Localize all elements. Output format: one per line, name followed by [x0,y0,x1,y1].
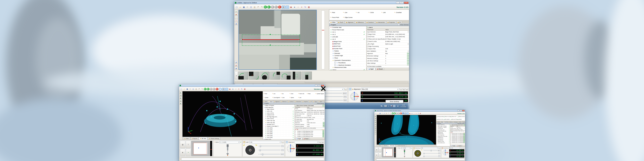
property-row[interactable]: +Search Limits (0.4562 mm,0.4562 mm) [366,40,409,43]
keyboard-icon[interactable]: ⌨ [384,105,388,107]
fit-point-row[interactable]: 4Ausrichtung.Y (30) - 4 mm 90,Ersatzpunk… [450,137,465,138]
capture-thumbnail[interactable] [291,72,301,80]
ringlight-control[interactable]: ↺ ↻ [243,144,258,156]
stage-btn-cone[interactable]: ▲ [375,152,378,158]
toolbar-button[interactable] [282,6,285,9]
toolbar-button[interactable] [219,88,222,91]
settings-icon[interactable]: ↗ [407,60,409,62]
program-tree-row[interactable]: ● Line L(000) ✔ [263,127,294,129]
toolbar-button[interactable] [385,112,387,114]
menu-item[interactable] [237,4,238,4]
light-slider[interactable] [260,146,281,146]
stage-map[interactable] [382,147,394,158]
titlebar[interactable]: Untitled - Approve for DeMeet – ❐ ✕ [234,1,409,4]
property-row[interactable]: Video Settings 1 ↗ [366,62,409,64]
light-value-spinner[interactable]: 0.0▴▾ [344,99,346,101]
program-tree-row[interactable]: ● Radius [329,50,366,52]
toolbar-button[interactable] [419,112,421,114]
menu-item[interactable] [240,4,242,4]
bulb-icon[interactable]: ☼ [282,141,284,143]
toolbar-button[interactable] [186,88,188,90]
property-row[interactable]: Input Selection Begin Point, End Point ▾ [366,31,409,33]
stage-map[interactable] [191,141,210,156]
palette-tool[interactable]: ✎ Sphere [290,97,298,98]
toolbar-button[interactable] [198,88,200,90]
palette-tool[interactable]: ◆ Ebene ergänzen [444,119,451,120]
view-icon[interactable]: ▤ [374,123,376,125]
item-checkbox[interactable] [334,64,336,66]
property-row[interactable]: Eingabe Auswahl Beide, zuerst X▾ [450,128,465,129]
palette-tool[interactable]: ◆ Einstellen [458,119,465,120]
program-tree-row[interactable]: ● Rotation zur Achse (+45°) ✔ [436,131,450,132]
toolbar-button[interactable] [409,112,411,114]
toolbar-button[interactable] [250,6,253,8]
capture-thumbnail[interactable] [260,72,270,80]
tab-result[interactable]: ◉Ergebnis [456,145,462,146]
dropdown-arrow-icon[interactable]: ▾ [408,43,409,45]
program-tree-row[interactable]: ● Linie in 3D Ein links ✔ [436,134,450,136]
toolbar-button[interactable] [300,6,303,8]
program-tree-row[interactable]: ● Verbindung VC1 ✔ [436,137,450,138]
fit-point-row[interactable]: 2Ausrichtung.Z (30) - 4 mm 90,Ersatzpunk… [450,134,465,136]
light-value-spinner[interactable]: 0.0▴▾ [438,156,440,157]
program-tree-row[interactable]: ● Block 30.00 ✔ [263,138,294,140]
menu-item[interactable] [235,4,236,4]
toolbar-button[interactable] [267,6,270,8]
program-tree-row[interactable]: ● Stellung TA 30 - 0.5 mm links ✔ [436,136,450,137]
view-icon[interactable]: ▣ [374,121,376,123]
bulb-icon[interactable]: ☼ [344,88,347,90]
toolbar-button[interactable] [289,6,293,8]
palette-tool[interactable]: ✎ Focus Point [330,17,343,18]
measure-tab[interactable]: ◆ Projection [386,21,396,24]
toolbar-button[interactable] [383,112,385,114]
lock-icon[interactable]: ⚿ [414,147,415,149]
program-tree-row[interactable]: ● Set Origin Align (XY) ✔ [263,116,294,118]
expand-icon[interactable]: + [295,117,296,118]
toolbar-button[interactable] [240,88,243,90]
stage-btn-stylus[interactable]: ⌇ [378,147,382,152]
program-tree-row[interactable]: ● Geometric Characteristics [329,59,366,62]
view-tab[interactable]: ◈Shared Settings [208,137,220,140]
stage-btn-circle[interactable]: ◍ [375,147,378,152]
expand-icon[interactable]: + [367,34,368,35]
toolbar-button[interactable] [228,88,231,90]
light-value-spinner[interactable]: 12.5▴▾ [281,153,284,155]
palette-tool[interactable]: ✎ Cylinder [264,97,272,98]
program-tree-row[interactable]: ● Ebene ergänz. zur Rotation ✔ [436,126,450,127]
program-tree-row[interactable]: ● Arc 2 ✔ [329,33,366,36]
view-tab[interactable]: ◈3D View [199,137,208,140]
program-tree-row[interactable]: ● Begin of Program [263,105,294,106]
program-tree-row[interactable]: ● Maximum Deviation [329,64,366,66]
restore-button[interactable]: ❐ [400,2,404,4]
axes-icon-1[interactable]: ⊥ [461,147,462,149]
palette-tool[interactable]: ✎ Circle [290,93,298,94]
expand-icon[interactable]: + [367,48,368,49]
stage-btn-circle[interactable]: ◍ [180,141,185,148]
axes-icon-1[interactable]: ⊥ [400,88,402,90]
move-up-icon[interactable]: ▲ [322,129,323,130]
measure-tab[interactable]: ◆Intersection [294,101,302,102]
property-row[interactable]: +Ebenen und Achsen Spezifikation XY Eben… [450,129,465,130]
measure-tab[interactable]: ◆ Touch [337,21,345,24]
toolbar-button[interactable] [278,6,281,8]
measure-tab[interactable]: ◆Construct [288,101,294,102]
tab-result[interactable]: ◉Result [302,138,310,140]
measure-tab[interactable]: ◆Batch [318,101,323,102]
property-row[interactable]: +Diameter 1.000 mm [295,115,325,117]
palette-tool[interactable]: ✎ Point [264,93,272,94]
palette-tool[interactable]: ✎ Point in 3D [298,93,307,94]
property-row[interactable]: +End Point (145.7941 mm,...m,12.2045 mm) [366,36,409,38]
rotate-left-icon[interactable]: ↺ [243,144,245,146]
fit-point-row[interactable]: 1Ausrichtung.Z (30) - 8 mm 45,Ersatzpunk… [450,133,465,134]
property-row[interactable]: +Sigma Filter 3.00 [366,48,409,50]
program-tree-row[interactable]: ● Crosshair start [329,26,366,28]
toolbar-button[interactable] [256,6,260,8]
toolbar-button[interactable] [271,6,274,8]
action-center-icon[interactable]: ⚑✕ [390,105,393,107]
lock-icon[interactable]: ⚿ [442,147,443,149]
toolbar-button[interactable] [183,88,186,90]
expand-icon[interactable]: + [367,36,368,37]
palette-tool[interactable]: ✎ Circle [369,12,382,13]
axes-icon-3[interactable]: ⊿ [406,88,408,90]
lock-icon[interactable]: ⚿ [286,141,288,143]
